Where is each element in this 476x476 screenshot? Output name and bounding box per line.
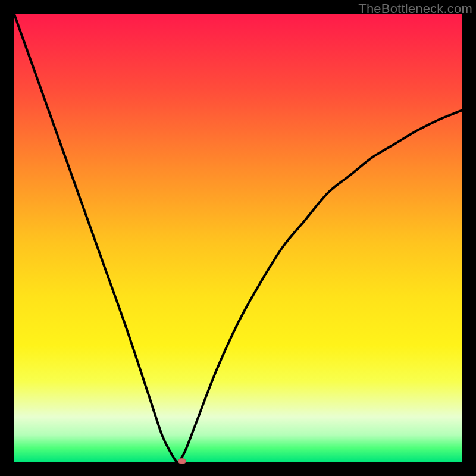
bottleneck-curve bbox=[14, 14, 462, 462]
minimum-marker bbox=[178, 458, 186, 464]
chart-area bbox=[14, 14, 462, 462]
